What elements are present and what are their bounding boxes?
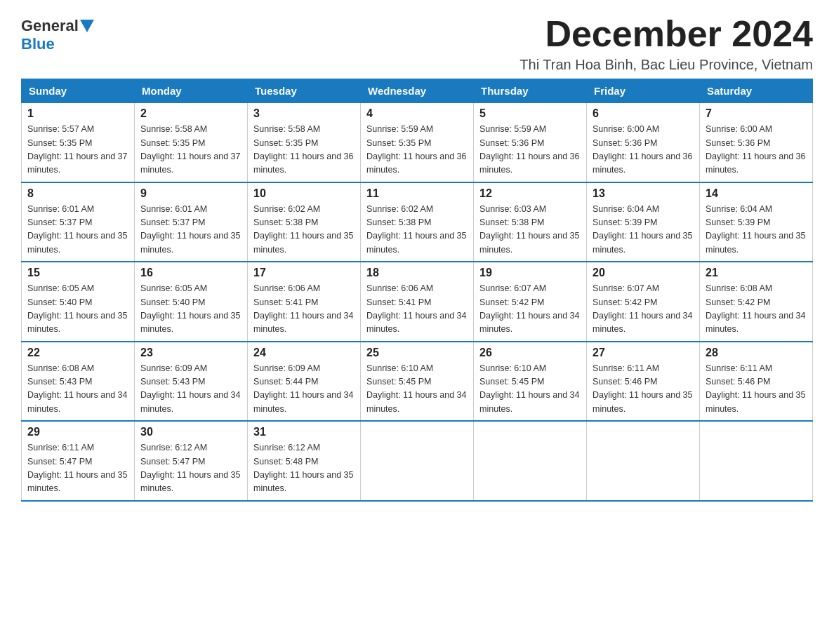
logo-general-text: General <box>21 17 79 35</box>
col-tuesday: Tuesday <box>248 79 361 103</box>
calendar-cell: 21Sunrise: 6:08 AMSunset: 5:42 PMDayligh… <box>700 262 813 342</box>
day-info: Sunrise: 6:10 AMSunset: 5:45 PMDaylight:… <box>479 362 581 417</box>
calendar-cell: 7Sunrise: 6:00 AMSunset: 5:36 PMDaylight… <box>700 103 813 182</box>
day-number: 18 <box>366 267 468 279</box>
calendar-cell: 28Sunrise: 6:11 AMSunset: 5:46 PMDayligh… <box>700 342 813 422</box>
day-number: 11 <box>366 187 468 200</box>
day-number: 16 <box>140 267 241 279</box>
day-number: 26 <box>479 347 581 359</box>
day-info: Sunrise: 6:00 AMSunset: 5:36 PMDaylight:… <box>706 123 807 177</box>
calendar-cell: 13Sunrise: 6:04 AMSunset: 5:39 PMDayligh… <box>587 182 700 262</box>
day-info: Sunrise: 6:06 AMSunset: 5:41 PMDaylight:… <box>366 282 468 337</box>
title-block: December 2024 Thi Tran Hoa Binh, Bac Lie… <box>519 14 813 73</box>
day-info: Sunrise: 6:02 AMSunset: 5:38 PMDaylight:… <box>253 203 355 257</box>
subtitle: Thi Tran Hoa Binh, Bac Lieu Province, Vi… <box>519 57 813 73</box>
day-number: 15 <box>27 267 128 279</box>
col-sunday: Sunday <box>22 79 135 103</box>
calendar-cell: 8Sunrise: 6:01 AMSunset: 5:37 PMDaylight… <box>22 182 135 262</box>
calendar-cell: 3Sunrise: 5:58 AMSunset: 5:35 PMDaylight… <box>248 103 361 182</box>
day-number: 20 <box>593 267 694 279</box>
day-info: Sunrise: 6:11 AMSunset: 5:47 PMDaylight:… <box>27 441 128 496</box>
day-info: Sunrise: 6:11 AMSunset: 5:46 PMDaylight:… <box>593 362 694 417</box>
calendar-cell: 20Sunrise: 6:07 AMSunset: 5:42 PMDayligh… <box>587 262 700 342</box>
logo: General Blue <box>21 17 95 53</box>
calendar-table: Sunday Monday Tuesday Wednesday Thursday… <box>21 79 813 502</box>
day-info: Sunrise: 6:01 AMSunset: 5:37 PMDaylight:… <box>27 203 128 257</box>
calendar-cell: 16Sunrise: 6:05 AMSunset: 5:40 PMDayligh… <box>135 262 248 342</box>
day-info: Sunrise: 6:04 AMSunset: 5:39 PMDaylight:… <box>593 203 694 257</box>
calendar-week-row: 1Sunrise: 5:57 AMSunset: 5:35 PMDaylight… <box>22 103 813 182</box>
calendar-cell: 15Sunrise: 6:05 AMSunset: 5:40 PMDayligh… <box>22 262 135 342</box>
day-info: Sunrise: 5:58 AMSunset: 5:35 PMDaylight:… <box>140 123 241 177</box>
day-info: Sunrise: 6:08 AMSunset: 5:43 PMDaylight:… <box>27 362 128 417</box>
day-info: Sunrise: 6:12 AMSunset: 5:48 PMDaylight:… <box>253 441 355 496</box>
day-number: 1 <box>27 107 128 120</box>
day-number: 19 <box>479 267 581 279</box>
day-number: 13 <box>593 187 694 200</box>
calendar-cell: 12Sunrise: 6:03 AMSunset: 5:38 PMDayligh… <box>474 182 587 262</box>
day-number: 3 <box>253 107 355 120</box>
calendar-cell: 9Sunrise: 6:01 AMSunset: 5:37 PMDaylight… <box>135 182 248 262</box>
day-number: 12 <box>479 187 581 200</box>
day-number: 28 <box>706 347 807 359</box>
calendar-cell: 2Sunrise: 5:58 AMSunset: 5:35 PMDaylight… <box>135 103 248 182</box>
day-number: 29 <box>27 426 128 438</box>
day-info: Sunrise: 6:09 AMSunset: 5:44 PMDaylight:… <box>253 362 355 417</box>
day-info: Sunrise: 6:12 AMSunset: 5:47 PMDaylight:… <box>140 441 241 496</box>
day-info: Sunrise: 6:09 AMSunset: 5:43 PMDaylight:… <box>140 362 241 417</box>
day-info: Sunrise: 6:04 AMSunset: 5:39 PMDaylight:… <box>706 203 807 257</box>
col-thursday: Thursday <box>474 79 587 103</box>
calendar-cell: 30Sunrise: 6:12 AMSunset: 5:47 PMDayligh… <box>135 421 248 501</box>
col-wednesday: Wednesday <box>361 79 474 103</box>
calendar-cell: 4Sunrise: 5:59 AMSunset: 5:35 PMDaylight… <box>361 103 474 182</box>
day-info: Sunrise: 6:00 AMSunset: 5:36 PMDaylight:… <box>593 123 694 177</box>
day-number: 14 <box>706 187 807 200</box>
calendar-body: 1Sunrise: 5:57 AMSunset: 5:35 PMDaylight… <box>22 103 813 501</box>
day-number: 24 <box>253 347 355 359</box>
col-monday: Monday <box>135 79 248 103</box>
day-info: Sunrise: 5:57 AMSunset: 5:35 PMDaylight:… <box>27 123 128 177</box>
day-info: Sunrise: 6:05 AMSunset: 5:40 PMDaylight:… <box>140 282 241 337</box>
calendar-cell: 11Sunrise: 6:02 AMSunset: 5:38 PMDayligh… <box>361 182 474 262</box>
day-info: Sunrise: 6:03 AMSunset: 5:38 PMDaylight:… <box>479 203 581 257</box>
day-number: 23 <box>140 347 241 359</box>
calendar-cell: 14Sunrise: 6:04 AMSunset: 5:39 PMDayligh… <box>700 182 813 262</box>
day-number: 4 <box>366 107 468 120</box>
day-info: Sunrise: 6:07 AMSunset: 5:42 PMDaylight:… <box>479 282 581 337</box>
day-info: Sunrise: 6:06 AMSunset: 5:41 PMDaylight:… <box>253 282 355 337</box>
calendar-cell: 24Sunrise: 6:09 AMSunset: 5:44 PMDayligh… <box>248 342 361 422</box>
day-number: 27 <box>593 347 694 359</box>
calendar-cell: 26Sunrise: 6:10 AMSunset: 5:45 PMDayligh… <box>474 342 587 422</box>
day-number: 8 <box>27 187 128 200</box>
calendar-cell: 19Sunrise: 6:07 AMSunset: 5:42 PMDayligh… <box>474 262 587 342</box>
calendar-week-row: 29Sunrise: 6:11 AMSunset: 5:47 PMDayligh… <box>22 421 813 501</box>
day-info: Sunrise: 6:05 AMSunset: 5:40 PMDaylight:… <box>27 282 128 337</box>
day-number: 7 <box>706 107 807 120</box>
logo-triangle-icon <box>80 20 94 32</box>
col-friday: Friday <box>587 79 700 103</box>
calendar-week-row: 22Sunrise: 6:08 AMSunset: 5:43 PMDayligh… <box>22 342 813 422</box>
day-info: Sunrise: 5:59 AMSunset: 5:36 PMDaylight:… <box>479 123 581 177</box>
logo-blue-text: Blue <box>21 35 55 53</box>
calendar-cell: 17Sunrise: 6:06 AMSunset: 5:41 PMDayligh… <box>248 262 361 342</box>
page-header: General Blue December 2024 Thi Tran Hoa … <box>21 14 813 73</box>
calendar-cell: 27Sunrise: 6:11 AMSunset: 5:46 PMDayligh… <box>587 342 700 422</box>
calendar-cell: 25Sunrise: 6:10 AMSunset: 5:45 PMDayligh… <box>361 342 474 422</box>
day-number: 30 <box>140 426 241 438</box>
day-number: 2 <box>140 107 241 120</box>
calendar-header: Sunday Monday Tuesday Wednesday Thursday… <box>22 79 813 103</box>
day-number: 6 <box>593 107 694 120</box>
day-number: 25 <box>366 347 468 359</box>
day-info: Sunrise: 6:01 AMSunset: 5:37 PMDaylight:… <box>140 203 241 257</box>
day-info: Sunrise: 6:02 AMSunset: 5:38 PMDaylight:… <box>366 203 468 257</box>
calendar-week-row: 15Sunrise: 6:05 AMSunset: 5:40 PMDayligh… <box>22 262 813 342</box>
calendar-cell: 5Sunrise: 5:59 AMSunset: 5:36 PMDaylight… <box>474 103 587 182</box>
calendar-cell <box>474 421 587 501</box>
day-number: 10 <box>253 187 355 200</box>
day-number: 5 <box>479 107 581 120</box>
day-number: 22 <box>27 347 128 359</box>
day-info: Sunrise: 6:07 AMSunset: 5:42 PMDaylight:… <box>593 282 694 337</box>
calendar-cell: 10Sunrise: 6:02 AMSunset: 5:38 PMDayligh… <box>248 182 361 262</box>
calendar-cell: 31Sunrise: 6:12 AMSunset: 5:48 PMDayligh… <box>248 421 361 501</box>
calendar-cell: 23Sunrise: 6:09 AMSunset: 5:43 PMDayligh… <box>135 342 248 422</box>
